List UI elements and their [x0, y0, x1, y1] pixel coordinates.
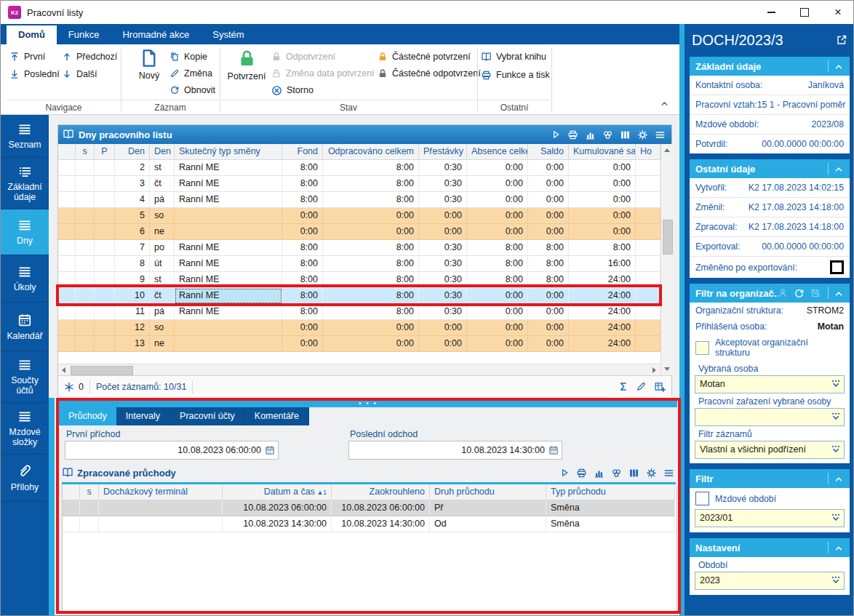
partial-confirm-button[interactable]: Částečné potvrzení [378, 49, 471, 65]
column-header[interactable]: s [80, 484, 99, 500]
record-filter-combo[interactable]: Vlastní a všichni podřízení [695, 441, 845, 459]
play-icon[interactable] [559, 468, 570, 478]
sidebar-item-seznam[interactable]: Seznam [1, 115, 49, 158]
scroll-left-icon[interactable] [62, 367, 65, 373]
column-header[interactable] [63, 484, 80, 500]
payroll-period-checkbox[interactable] [695, 492, 709, 505]
minimize-button[interactable] [754, 1, 788, 24]
table-row[interactable]: 2stRanní ME8:008:000:300:000:000:00 [58, 160, 661, 176]
last-button[interactable]: Poslední [9, 66, 60, 82]
column-header[interactable]: Zaokrouhleno [332, 484, 430, 500]
sidebar-item-mzdove-slozky[interactable]: Mzdové složky [1, 403, 49, 455]
column-header[interactable]: Odpracováno celkem [323, 144, 419, 160]
panel-splitter[interactable]: • • • [59, 401, 677, 407]
changed-after-export-checkbox[interactable] [830, 260, 844, 274]
horizontal-scrollbar[interactable] [58, 364, 661, 376]
column-header[interactable]: Přestávky [419, 144, 467, 160]
settings-icon[interactable] [646, 468, 657, 479]
sidebar-item-kalendar[interactable]: Kalendář [1, 303, 49, 351]
table-row[interactable]: 5so0:000:000:000:000:000:00 [58, 208, 661, 224]
scroll-up-icon[interactable] [664, 148, 670, 152]
job-assignment-combo[interactable] [695, 408, 845, 426]
print-icon[interactable] [576, 468, 587, 479]
freeze-icon[interactable] [64, 382, 74, 392]
column-header[interactable]: s [76, 144, 95, 160]
chart-icon[interactable] [585, 129, 596, 140]
settings-icon[interactable] [637, 129, 648, 140]
close-button[interactable]: × [821, 1, 854, 24]
sum-icon[interactable] [618, 381, 628, 392]
sidebar-item-zakladni-udaje[interactable]: Základní údaje [1, 158, 49, 209]
table-row[interactable]: 13ne0:000:000:000:000:0024:00 [58, 336, 661, 352]
scroll-right-icon[interactable] [653, 367, 656, 373]
table-row[interactable]: 10čtRanní ME8:008:000:300:000:0024:00 [58, 288, 661, 304]
collapse-icon[interactable] [834, 62, 844, 72]
column-header[interactable]: Skutečný typ směny [175, 144, 282, 160]
columns-icon[interactable] [620, 129, 631, 140]
column-header[interactable]: Fond [282, 144, 323, 160]
first-arrival-input[interactable]: 10.08.2023 06:00:00 [65, 441, 279, 460]
accept-structure-checkbox[interactable] [695, 341, 709, 355]
wheel-icon[interactable] [611, 468, 622, 479]
scroll-down-icon[interactable] [664, 367, 670, 371]
table-row[interactable]: 11páRanní ME8:008:000:300:000:0024:00 [58, 304, 661, 320]
vertical-scroll-thumb[interactable] [663, 220, 673, 255]
sidebar-item-prilohy[interactable]: Přílohy [1, 455, 49, 502]
print-icon[interactable] [567, 129, 578, 140]
tab-intervaly[interactable]: Intervaly [116, 407, 170, 425]
table-row[interactable]: 10.08.2023 14:30:0010.08.2023 14:30:00Od… [63, 516, 677, 532]
column-header[interactable]: Datum a čas▲1 [223, 484, 332, 500]
table-row[interactable]: 12so0:000:000:000:000:0024:00 [58, 320, 661, 336]
chart-icon[interactable] [594, 468, 604, 479]
ribbon-collapse-button[interactable] [660, 97, 669, 110]
tab-pruchody[interactable]: Průchody [59, 407, 116, 425]
tab-domu[interactable]: Domů [7, 25, 57, 44]
collapse-icon[interactable] [834, 543, 844, 553]
sidebar-item-dny[interactable]: Dny [1, 209, 49, 255]
edit-pencil-icon[interactable] [636, 381, 647, 392]
column-header[interactable]: Saldo [528, 144, 569, 160]
maximize-button[interactable] [788, 1, 821, 24]
wheel-icon[interactable] [602, 129, 613, 140]
calendar-icon[interactable] [548, 445, 559, 455]
play-icon[interactable] [551, 129, 561, 140]
dock-splitter-right[interactable] [679, 24, 685, 616]
selected-person-combo[interactable]: Motan [695, 375, 845, 393]
collapse-icon[interactable] [834, 164, 844, 175]
column-header[interactable]: Druh průchodu [430, 484, 546, 500]
menu-icon[interactable] [663, 468, 674, 479]
cancel-button[interactable]: Storno [271, 82, 314, 98]
external-link-icon[interactable] [836, 34, 847, 46]
table-row[interactable]: 4páRanní ME8:008:000:300:000:000:00 [58, 192, 661, 208]
payroll-period-combo[interactable]: 2023/01 [695, 509, 845, 527]
dock-splitter-left[interactable] [49, 398, 55, 616]
refresh-button[interactable]: Obnovit [169, 82, 215, 98]
column-header[interactable]: Ho [636, 144, 661, 160]
first-button[interactable]: První [9, 49, 45, 65]
tab-funkce[interactable]: Funkce [57, 25, 111, 44]
table-row[interactable]: 9stRanní ME8:008:000:308:008:0024:00 [58, 272, 661, 288]
previous-button[interactable]: Předchozí [62, 49, 117, 65]
refresh-icon[interactable] [794, 288, 805, 299]
tab-pracovni-ucty[interactable]: Pracovní účty [170, 407, 245, 425]
menu-icon[interactable] [655, 129, 666, 140]
table-row[interactable]: 8útRanní ME8:008:000:308:008:0016:00 [58, 256, 661, 272]
column-header[interactable]: Absence celkem [467, 144, 528, 160]
column-header[interactable] [58, 144, 76, 160]
horizontal-scroll-thumb[interactable] [71, 366, 133, 375]
collapse-icon[interactable] [834, 289, 844, 299]
confirm-button[interactable]: Potvrzení [223, 46, 270, 81]
calendar-icon[interactable] [265, 445, 275, 455]
column-header[interactable]: Den [115, 144, 150, 160]
next-button[interactable]: Další [62, 66, 97, 82]
column-header[interactable]: Den [150, 144, 175, 160]
tab-system[interactable]: Systém [201, 25, 255, 44]
dropdown-icon[interactable] [830, 512, 842, 523]
column-header[interactable]: Typ průchodu [546, 484, 675, 500]
sidebar-item-soucty-uctu[interactable]: Součty účtů [1, 351, 49, 403]
collapse-icon[interactable] [834, 474, 844, 484]
table-add-icon[interactable] [654, 381, 666, 393]
dropdown-icon[interactable] [830, 378, 842, 389]
sidebar-item-ukoly[interactable]: Úkoly [1, 255, 49, 303]
function-print-button[interactable]: Funkce a tisk [481, 67, 550, 83]
